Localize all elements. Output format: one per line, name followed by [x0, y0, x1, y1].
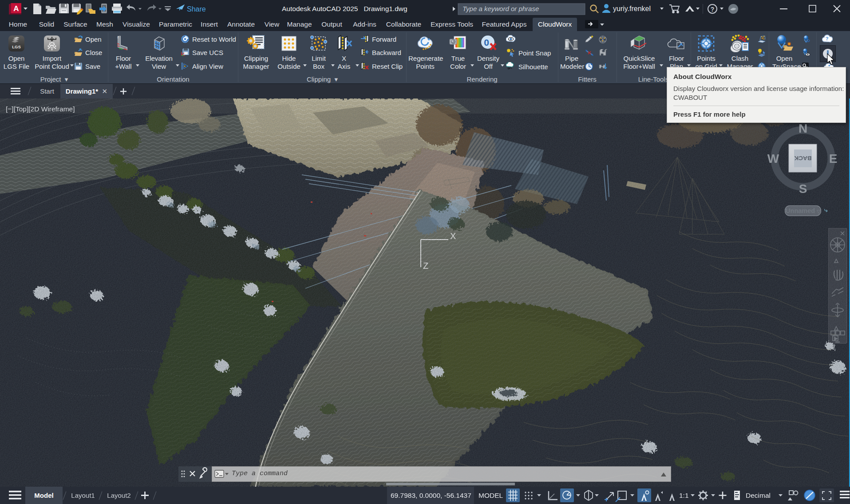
svg-text:LGS: LGS: [12, 44, 21, 49]
svg-text:?: ?: [711, 6, 715, 13]
svg-text:S: S: [799, 182, 807, 196]
svg-text:?: ?: [826, 36, 829, 41]
svg-text:W: W: [767, 152, 779, 165]
svg-text:N: N: [799, 123, 807, 135]
svg-text:yuriy.frenkel: yuriy.frenkel: [613, 5, 651, 12]
svg-text:Decimal: Decimal: [746, 492, 771, 499]
svg-text:A: A: [13, 4, 19, 13]
svg-text:E: E: [829, 152, 838, 165]
svg-text:0: 0: [484, 37, 489, 47]
svg-text:Share: Share: [187, 5, 206, 13]
svg-text:BACK: BACK: [794, 155, 811, 161]
svg-text:Type a keyword or phrase: Type a keyword or phrase: [463, 5, 539, 12]
svg-text:z: z: [117, 35, 119, 39]
svg-text:1:1: 1:1: [679, 492, 689, 499]
